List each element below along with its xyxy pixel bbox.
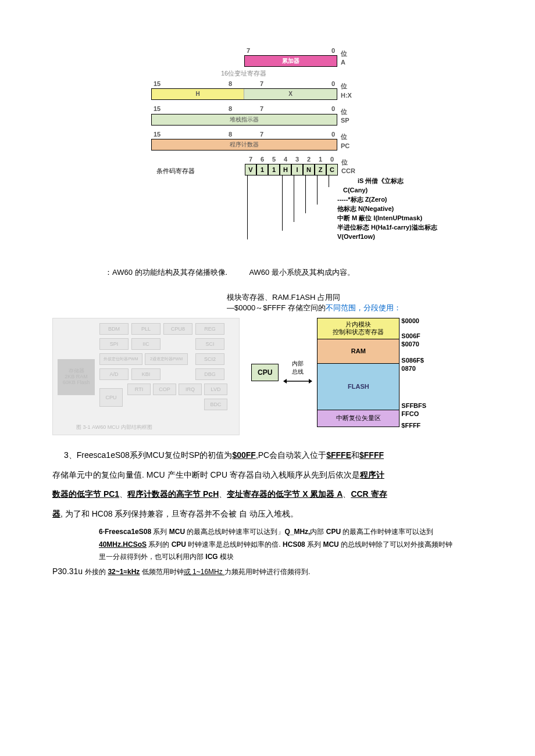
text: $00FF bbox=[232, 450, 255, 460]
flag-int-label: 中断 M 蔽位 I(IntenUPtmask) bbox=[337, 214, 422, 223]
text: CPU bbox=[172, 540, 186, 549]
ccr-bit: 1 bbox=[315, 155, 326, 164]
ccr-flag-1b: 1 bbox=[268, 164, 280, 175]
text: 存储单元中的复位向量值. MCU 产生中断时 CPU 寄存器自动入栈顺序从先到后… bbox=[52, 470, 360, 479]
bit-num: 0 bbox=[331, 46, 335, 55]
text: 器 bbox=[52, 509, 60, 518]
block-caption: 图 3-1 AW60 MCU 内部结构框图 bbox=[76, 424, 152, 431]
text: 力频苑用时钟进行倍频得到. bbox=[224, 568, 310, 576]
ccr-flag-i: I bbox=[291, 164, 303, 175]
text: 模块寄存器、RAM.F1ASH 占用同 bbox=[227, 292, 483, 303]
text: $FFFE bbox=[326, 450, 351, 460]
ccr-flag-1a: 1 bbox=[256, 164, 268, 175]
mem-seg-ram: RAM bbox=[318, 339, 399, 364]
mem-seg-flash: FLASH bbox=[318, 364, 399, 410]
text: ：AW60 的功能结构及其存储播映像. bbox=[105, 268, 227, 277]
flag-neg-label: 他标志 N(Negative) bbox=[337, 205, 394, 213]
block-cell: 2通道定时器PWM bbox=[145, 353, 188, 365]
addr: 0870 bbox=[401, 364, 415, 373]
ccr-bit: 0 bbox=[326, 155, 338, 164]
bit-num: 7 bbox=[260, 130, 263, 139]
text: 变址寄存器的低字节 X 累加器 A bbox=[227, 489, 343, 499]
block-cell: LVD bbox=[204, 384, 227, 395]
text: 的最高总线时钟速率可以达到」 bbox=[185, 528, 284, 536]
bit-num: 15 bbox=[154, 80, 160, 88]
middle-section: ：AW60 的功能结构及其存储播映像. AW60 最小系统及其构成内容。 模块寄… bbox=[52, 267, 483, 313]
bit-num: 0 bbox=[331, 105, 335, 113]
block-cell: IIC bbox=[131, 338, 160, 350]
mem-seg-registers: 片内模块 控制和状态寄存器 bbox=[318, 318, 399, 339]
diagram-row: 存储器 2KB RAM 60KB Flash BDM PLL CPU8 REG … bbox=[52, 318, 483, 435]
text: 系列 bbox=[305, 540, 323, 549]
block-cell: SPI bbox=[99, 338, 129, 350]
block-cell: PLL bbox=[131, 323, 160, 335]
bit-num: 8 bbox=[229, 105, 232, 113]
pc-label: 程序计数器 bbox=[152, 139, 337, 150]
block-cell: SCI2 bbox=[195, 353, 224, 365]
bit-word: 位 bbox=[341, 49, 364, 58]
memory-map: 片内模块 控制和状态寄存器 RAM FLASH 中断复位矢量区 bbox=[317, 318, 400, 427]
accumulator-label: 累加器 bbox=[245, 56, 337, 66]
bit-num: 7 bbox=[260, 80, 263, 88]
text: MCU bbox=[169, 528, 185, 536]
text: —$0000～$FFFF 存储空间的 bbox=[227, 303, 326, 312]
block-cell: SCI bbox=[195, 338, 224, 350]
text: 3、Freesca1eS08系列MCU复位时SP的初值为 bbox=[64, 450, 232, 460]
text: 系列的 bbox=[147, 540, 172, 549]
ccr-bit: 4 bbox=[280, 155, 291, 164]
block-cell: REG bbox=[195, 323, 224, 335]
bit-num: 8 bbox=[229, 130, 232, 139]
register-diagram: 7 0 累加器 位 A 16位变址寄存器 15 8 7 bbox=[151, 46, 419, 250]
flag-c-label: C(Cany) bbox=[343, 186, 368, 195]
flag-v-label: V(Overf1ow) bbox=[337, 232, 375, 241]
index-16-label: 16位变址寄存器 bbox=[221, 69, 419, 78]
reg-x: X bbox=[244, 89, 337, 99]
text: 、 bbox=[219, 489, 227, 499]
reg-a: A bbox=[341, 58, 364, 67]
block-cell: A/D bbox=[99, 368, 129, 380]
text: 的总线时钟除了可以对外接高频时钟 bbox=[339, 540, 452, 549]
mem-seg-vectors: 中断复位矢量区 bbox=[318, 410, 399, 427]
addr: $0000 bbox=[401, 317, 419, 325]
svg-marker-2 bbox=[309, 379, 312, 384]
text: CCR 寄存 bbox=[351, 489, 387, 499]
ccr-flag-z: Z bbox=[315, 164, 326, 175]
ccr-bit: 6 bbox=[256, 155, 268, 164]
text: 40MHz.HCSoS bbox=[99, 540, 147, 549]
reg-ccr: CCR bbox=[341, 167, 365, 175]
flag-half-label: 半进位标态 H(Ha1f-carry)溢出标志 bbox=[337, 223, 437, 232]
text: 时钟速率是总线时钟姒率的倍. bbox=[186, 540, 283, 549]
flag-zero-label: -----*标志 Z(Zero) bbox=[337, 195, 387, 204]
ccr-bit: 3 bbox=[291, 155, 303, 164]
addr: FFCO bbox=[401, 410, 419, 418]
ccr-label: 条件码寄存器 bbox=[151, 167, 198, 175]
bus-label: 内部 总线 bbox=[292, 360, 304, 376]
svg-marker-1 bbox=[283, 379, 287, 384]
text: $FFFF bbox=[359, 450, 384, 460]
memory-map-diagram: CPU 内部 总线 片内模块 控制和状态寄存器 RAM FLASH 中断复位矢量… bbox=[251, 318, 400, 427]
bit-num: 0 bbox=[331, 130, 335, 139]
text: 低频范用时钟 bbox=[140, 568, 183, 576]
ccr-bit: 5 bbox=[268, 155, 280, 164]
text: CPU bbox=[326, 528, 341, 536]
arrow-icon bbox=[283, 377, 312, 385]
block-cell: RTI bbox=[127, 384, 151, 395]
block-memory: 存储器 2KB RAM 60KB Flash bbox=[58, 359, 95, 395]
reg-sp: SP bbox=[341, 116, 364, 125]
small-text: 6·Freesca1eS08 系列 MCU 的最高总线时钟速率可以达到」Q_MH… bbox=[99, 526, 483, 564]
text: P30.31u bbox=[52, 567, 85, 576]
text: ,PC会自动装入位于 bbox=[256, 450, 326, 460]
text: 程序计数器的高字节 PcH bbox=[127, 489, 219, 499]
reg-h: H bbox=[152, 89, 244, 99]
text: 内部 bbox=[310, 528, 326, 536]
block-cell: DBG bbox=[195, 368, 224, 380]
text: Q_MHz, bbox=[284, 528, 310, 536]
ccr-flag-n: N bbox=[303, 164, 315, 175]
text: , 为了和 HC08 系列保持兼容，旦寄存器并不会被 自 动压入堆栈。 bbox=[60, 509, 298, 518]
document-page: 7 0 累加器 位 A 16位变址寄存器 15 8 7 bbox=[0, 0, 535, 612]
block-cell: COP bbox=[153, 384, 176, 395]
block-cell: IRQ bbox=[179, 384, 202, 395]
text: 数器的低字节 PC1 bbox=[52, 489, 119, 499]
text: 、 bbox=[119, 489, 127, 499]
bit-num: 0 bbox=[331, 80, 335, 88]
